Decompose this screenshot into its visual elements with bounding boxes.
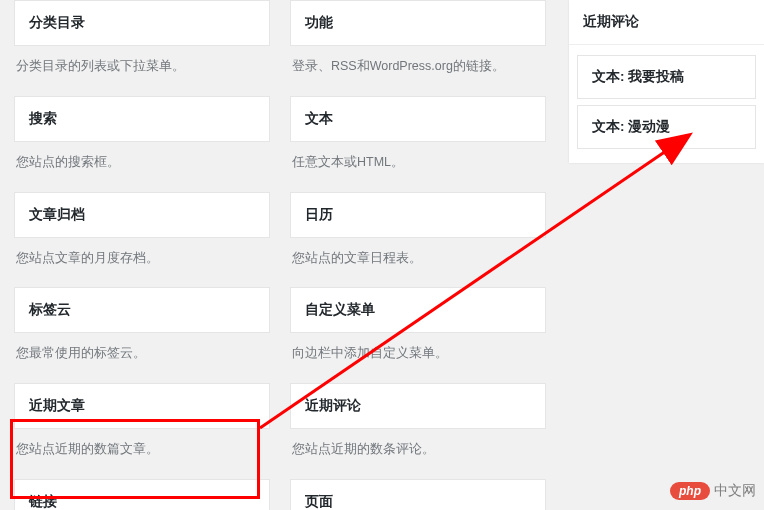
widgets-column-right: 功能登录、RSS和WordPress.org的链接。 文本任意文本或HTML。 … xyxy=(290,0,546,510)
widget-recent-comments[interactable]: 近期评论 xyxy=(290,383,546,429)
widget-desc: 登录、RSS和WordPress.org的链接。 xyxy=(290,46,546,94)
widget-archives[interactable]: 文章归档 xyxy=(14,192,270,238)
widget-desc: 您最常使用的标签云。 xyxy=(14,333,270,381)
available-widgets-area: 分类目录分类目录的列表或下拉菜单。 搜索您站点的搜索框。 文章归档您站点文章的月… xyxy=(0,0,560,510)
widget-pages[interactable]: 页面 xyxy=(290,479,546,510)
widget-desc: 分类目录的列表或下拉菜单。 xyxy=(14,46,270,94)
watermark-text: 中文网 xyxy=(714,482,756,500)
widget-desc: 您站点的搜索框。 xyxy=(14,142,270,190)
widget-desc: 向边栏中添加自定义菜单。 xyxy=(290,333,546,381)
widgets-column-left: 分类目录分类目录的列表或下拉菜单。 搜索您站点的搜索框。 文章归档您站点文章的月… xyxy=(14,0,270,510)
widget-links[interactable]: 链接 xyxy=(14,479,270,510)
sidebar-widget-item[interactable]: 文本: 我要投稿 xyxy=(577,55,756,99)
widget-search[interactable]: 搜索 xyxy=(14,96,270,142)
widget-desc: 您站点文章的月度存档。 xyxy=(14,238,270,286)
widget-desc: 任意文本或HTML。 xyxy=(290,142,546,190)
watermark: php 中文网 xyxy=(670,482,756,500)
widget-categories[interactable]: 分类目录 xyxy=(14,0,270,46)
widget-custom-menu[interactable]: 自定义菜单 xyxy=(290,287,546,333)
sidebar-widget-item[interactable]: 文本: 漫动漫 xyxy=(577,105,756,149)
widget-tag-cloud[interactable]: 标签云 xyxy=(14,287,270,333)
widget-meta[interactable]: 功能 xyxy=(290,0,546,46)
widget-desc: 您站点近期的数篇文章。 xyxy=(14,429,270,477)
widget-recent-posts[interactable]: 近期文章 xyxy=(14,383,270,429)
widget-desc: 您站点近期的数条评论。 xyxy=(290,429,546,477)
sidebar-header[interactable]: 近期评论 xyxy=(569,0,764,45)
php-badge-icon: php xyxy=(670,482,710,500)
widget-text[interactable]: 文本 xyxy=(290,96,546,142)
widget-calendar[interactable]: 日历 xyxy=(290,192,546,238)
sidebar-dropzone[interactable]: 近期评论 文本: 我要投稿 文本: 漫动漫 xyxy=(569,0,764,163)
widget-desc: 您站点的文章日程表。 xyxy=(290,238,546,286)
